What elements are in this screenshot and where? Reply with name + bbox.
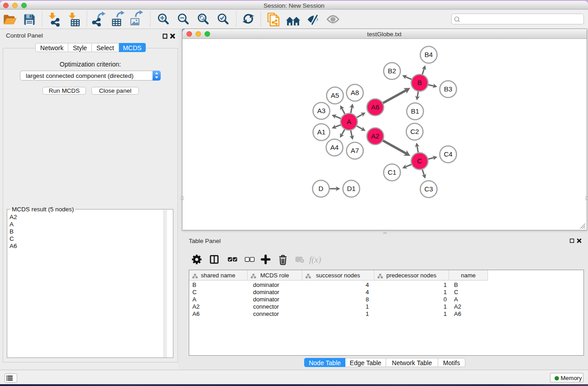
svg-text:D1: D1 [347,185,355,192]
svg-text:C1: C1 [387,168,396,176]
svg-text:A6: A6 [371,103,379,111]
svg-text:A2: A2 [371,132,379,140]
svg-text:A4: A4 [330,143,339,151]
svg-text:A5: A5 [331,91,339,99]
svg-text:B2: B2 [388,67,396,75]
svg-text:B1: B1 [411,107,419,115]
svg-text:A8: A8 [351,89,359,96]
svg-text:B: B [417,79,422,86]
svg-text:C: C [417,157,422,165]
svg-text:D: D [319,185,324,192]
svg-text:A7: A7 [351,147,359,154]
svg-text:A3: A3 [317,107,325,114]
svg-text:A: A [347,118,351,125]
svg-text:A1: A1 [317,128,325,136]
svg-text:B3: B3 [444,85,452,93]
svg-text:C2: C2 [410,128,419,135]
svg-text:C3: C3 [424,185,433,193]
svg-text:C4: C4 [444,150,452,158]
svg-text:B4: B4 [425,51,433,58]
